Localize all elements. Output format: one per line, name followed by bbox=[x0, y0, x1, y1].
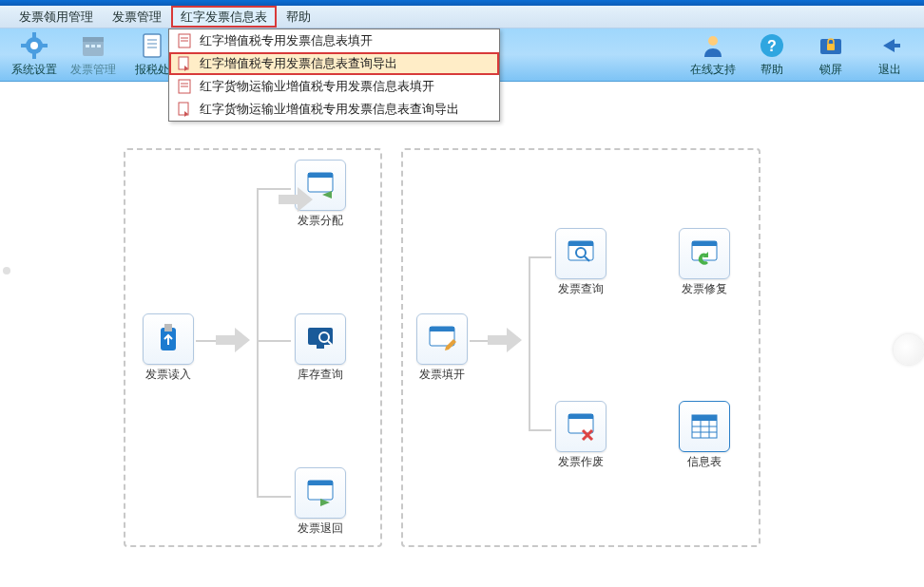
left-dot-decoration bbox=[3, 267, 10, 275]
menu-invoice-receive[interactable]: 发票领用管理 bbox=[10, 6, 103, 28]
svg-rect-39 bbox=[430, 327, 454, 331]
doc-delete-icon bbox=[564, 409, 598, 444]
tool-sys-settings[interactable]: 系统设置 bbox=[6, 30, 63, 80]
dropdown-item-fill-vat[interactable]: 红字增值税专用发票信息表填开 bbox=[169, 29, 499, 52]
tool-label: 退出 bbox=[878, 62, 901, 78]
node-label: 信息表 bbox=[687, 454, 722, 470]
svg-text:?: ? bbox=[767, 38, 777, 54]
arrow-right-icon bbox=[214, 322, 254, 361]
svg-rect-9 bbox=[91, 45, 95, 47]
svg-rect-37 bbox=[308, 481, 333, 485]
node-label: 发票读入 bbox=[145, 367, 191, 383]
connector bbox=[529, 429, 551, 431]
tool-label: 发票管理 bbox=[70, 62, 116, 78]
svg-rect-2 bbox=[32, 32, 36, 38]
menu-bar: 发票领用管理 发票管理 红字发票信息表 帮助 bbox=[0, 6, 924, 28]
node-label: 发票修复 bbox=[682, 281, 727, 297]
export-small-icon bbox=[177, 102, 192, 117]
window-return-icon bbox=[303, 476, 337, 510]
calendar-icon bbox=[79, 31, 107, 60]
connector bbox=[529, 256, 530, 431]
node-label: 发票填开 bbox=[419, 367, 465, 383]
svg-rect-47 bbox=[568, 414, 593, 419]
dropdown-label: 红字增值税专用发票信息表查询导出 bbox=[200, 55, 397, 72]
tool-exit[interactable]: 退出 bbox=[861, 30, 918, 80]
node-label: 发票退回 bbox=[298, 521, 343, 537]
help-icon: ? bbox=[758, 31, 786, 60]
menu-red-invoice-info[interactable]: 红字发票信息表 bbox=[171, 6, 277, 28]
node-invoice-read[interactable]: 发票读入 bbox=[143, 313, 194, 383]
workspace: 发票读入 发票分配 库存查询 发票退回 bbox=[0, 82, 924, 587]
node-info-table[interactable]: 信息表 bbox=[679, 401, 730, 470]
dropdown-item-export-vat[interactable]: 红字增值税专用发票信息表查询导出 bbox=[169, 52, 499, 75]
dropdown-label: 红字货物运输业增值税专用发票信息表填开 bbox=[200, 78, 434, 95]
export-small-icon bbox=[177, 56, 192, 71]
person-icon bbox=[699, 31, 727, 60]
edit-doc-icon bbox=[425, 322, 459, 356]
svg-rect-33 bbox=[317, 345, 324, 349]
tool-label: 系统设置 bbox=[11, 62, 57, 78]
node-label: 发票查询 bbox=[558, 281, 604, 297]
svg-rect-3 bbox=[32, 53, 36, 59]
node-invoice-void[interactable]: 发票作废 bbox=[555, 401, 606, 470]
svg-rect-29 bbox=[164, 324, 172, 331]
flow-panel-b: 发票填开 发票查询 发票修复 发票作废 信息表 bbox=[401, 148, 760, 547]
monitor-search-icon bbox=[303, 322, 337, 356]
svg-rect-10 bbox=[97, 45, 101, 47]
svg-rect-41 bbox=[568, 241, 593, 246]
doc-search-icon bbox=[564, 237, 598, 271]
arrow-right-icon bbox=[486, 322, 526, 361]
node-invoice-repair[interactable]: 发票修复 bbox=[679, 228, 730, 297]
svg-rect-45 bbox=[692, 241, 717, 246]
node-invoice-fill[interactable]: 发票填开 bbox=[416, 313, 468, 383]
tool-label: 锁屏 bbox=[819, 62, 842, 78]
doc-small-icon bbox=[177, 33, 192, 48]
tool-label: 在线支持 bbox=[690, 62, 736, 78]
node-label: 发票作废 bbox=[558, 454, 604, 470]
svg-rect-19 bbox=[827, 44, 835, 50]
doc-icon bbox=[138, 31, 166, 60]
dropdown-item-fill-transport[interactable]: 红字货物运输业增值税专用发票信息表填开 bbox=[169, 75, 499, 98]
flow-panel-a: 发票读入 发票分配 库存查询 发票退回 bbox=[124, 148, 382, 547]
tool-invoice-mgmt[interactable]: 发票管理 bbox=[65, 30, 122, 80]
node-invoice-query[interactable]: 发票查询 bbox=[555, 228, 606, 297]
menu-help[interactable]: 帮助 bbox=[277, 6, 320, 28]
connector bbox=[257, 496, 291, 498]
usb-icon bbox=[151, 322, 185, 356]
svg-rect-8 bbox=[86, 45, 89, 47]
doc-small-icon bbox=[177, 79, 192, 94]
svg-rect-5 bbox=[42, 44, 48, 47]
connector bbox=[529, 256, 551, 258]
edge-floating-button[interactable] bbox=[894, 334, 924, 365]
svg-rect-11 bbox=[144, 34, 161, 57]
doc-refresh-icon bbox=[687, 237, 722, 271]
red-invoice-dropdown: 红字增值税专用发票信息表填开 红字增值税专用发票信息表查询导出 红字货物运输业增… bbox=[168, 28, 500, 122]
connector bbox=[257, 188, 259, 497]
menu-invoice-mgmt[interactable]: 发票管理 bbox=[103, 6, 171, 28]
tool-lock[interactable]: 锁屏 bbox=[802, 30, 859, 80]
tool-help[interactable]: ? 帮助 bbox=[743, 30, 800, 80]
gear-icon bbox=[20, 31, 48, 60]
tool-online-support[interactable]: 在线支持 bbox=[684, 30, 741, 80]
arrow-right-icon bbox=[277, 181, 317, 220]
tool-label: 报税处 bbox=[135, 62, 169, 78]
back-arrow-icon bbox=[876, 31, 904, 60]
dropdown-label: 红字增值税专用发票信息表填开 bbox=[200, 32, 373, 49]
svg-point-15 bbox=[708, 36, 718, 46]
lock-icon bbox=[817, 31, 845, 60]
svg-rect-7 bbox=[83, 37, 104, 42]
svg-point-1 bbox=[30, 42, 38, 49]
tool-label: 帮助 bbox=[760, 62, 783, 78]
table-icon bbox=[687, 409, 722, 444]
connector bbox=[257, 340, 291, 342]
svg-rect-31 bbox=[308, 173, 333, 178]
dropdown-label: 红字货物运输业增值税专用发票信息表查询导出 bbox=[200, 101, 459, 118]
node-invoice-return[interactable]: 发票退回 bbox=[295, 467, 346, 537]
dropdown-item-export-transport[interactable]: 红字货物运输业增值税专用发票信息表查询导出 bbox=[169, 98, 499, 121]
node-label: 库存查询 bbox=[298, 367, 343, 383]
svg-rect-51 bbox=[692, 415, 717, 421]
node-stock-query[interactable]: 库存查询 bbox=[295, 313, 346, 383]
svg-rect-4 bbox=[21, 44, 27, 47]
